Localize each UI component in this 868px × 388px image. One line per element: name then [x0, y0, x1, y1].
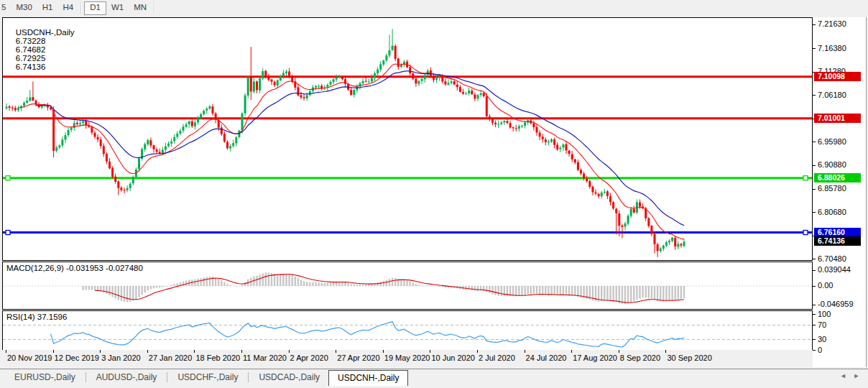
- date-tickmark: [525, 350, 525, 353]
- price-chart-panel[interactable]: USDCNH-,Daily 6.73228 6.74682 6.72925 6.…: [2, 17, 813, 261]
- price-axis-tick: 6.80680: [813, 208, 846, 216]
- date-label: 11 Mar 2020: [243, 354, 287, 362]
- date-axis[interactable]: 20 Nov 201912 Dec 20193 Jan 202027 Jan 2…: [2, 350, 813, 368]
- tab-separator: [248, 372, 249, 382]
- rsi-axis-tick: 100: [813, 310, 831, 318]
- date-tickmark: [571, 350, 572, 353]
- date-label: 27 Jan 2020: [149, 354, 193, 362]
- date-label: 17 Aug 2020: [573, 354, 617, 362]
- price-level-label: 7.01001: [814, 114, 861, 123]
- macd-label: MACD(12,26,9) -0.031953 -0.027480: [6, 264, 143, 272]
- date-label: 30 Sep 2020: [667, 354, 711, 362]
- macd-panel[interactable]: MACD(12,26,9) -0.031953 -0.027480: [2, 262, 813, 310]
- tab-eurusd-daily[interactable]: EURUSD-,Daily: [6, 370, 84, 384]
- date-label: 19 May 2020: [384, 354, 430, 362]
- tab-scroll-left-icon[interactable]: ◄: [837, 372, 849, 379]
- timeframe-button-5[interactable]: 5: [0, 1, 11, 14]
- date-tickmark: [241, 350, 242, 353]
- macd-axis-tick: 0.00: [813, 281, 833, 290]
- price-axis-tick: 7.06180: [813, 91, 846, 99]
- candlestick-canvas[interactable]: [3, 18, 812, 260]
- timeframe-button-d1[interactable]: D1: [84, 1, 106, 15]
- date-tickmark: [6, 350, 6, 353]
- date-label: 10 Jun 2020: [431, 354, 475, 362]
- date-label: 20 Nov 2019: [7, 354, 52, 362]
- price-level-label: 6.74136: [814, 236, 861, 246]
- price-level-label: 7.10098: [814, 72, 861, 81]
- price-axis-tick: 6.70480: [813, 254, 846, 263]
- date-tickmark: [289, 350, 290, 353]
- macd-axis-tick: 0.039044: [813, 265, 851, 274]
- tab-audusd-daily[interactable]: AUDUSD-,Daily: [88, 370, 166, 384]
- date-tickmark: [619, 350, 619, 353]
- date-tickmark: [430, 350, 430, 353]
- date-label: 2 Apr 2020: [290, 354, 328, 362]
- rsi-axis-tick: 30: [813, 335, 826, 343]
- date-label: 18 Feb 2020: [195, 354, 240, 362]
- price-axis-tick: 6.95980: [813, 137, 846, 146]
- timeframe-button-h4[interactable]: H4: [57, 1, 78, 14]
- tab-usdcnh-daily[interactable]: USDCNH-,Daily: [328, 370, 408, 386]
- tab-separator: [86, 372, 86, 382]
- date-label: 3 Jan 2020: [101, 354, 140, 362]
- trading-terminal-window: { "toolbar": { "timeframes": [ {"label":…: [0, 0, 868, 388]
- price-level-label: 6.76160: [814, 228, 861, 237]
- rsi-panel[interactable]: RSI(14) 37.1596: [2, 310, 813, 351]
- chart-symbol-label: USDCNH-,Daily: [16, 28, 75, 37]
- toolbar-separator: [80, 1, 82, 14]
- date-tickmark: [100, 350, 101, 353]
- date-tickmark: [147, 350, 148, 353]
- price-axis-tick: 6.85780: [813, 184, 846, 193]
- level-anchor-handle[interactable]: [6, 176, 10, 180]
- timeframe-button-h1[interactable]: H1: [37, 1, 58, 14]
- chart-tab-bar: EURUSD-,DailyAUDUSD-,DailyUSDCHF-,DailyU…: [0, 369, 868, 388]
- chart-open-value: 6.73228: [16, 37, 46, 45]
- level-anchor-handle[interactable]: [803, 231, 808, 235]
- price-axis-tick: 7.16380: [813, 44, 846, 52]
- date-tickmark: [194, 350, 195, 353]
- rsi-axis-tick: 0: [813, 346, 822, 354]
- date-label: 2 Jul 2020: [479, 354, 515, 362]
- ma-slow-line: [36, 71, 684, 226]
- timeframe-toolbar: 5M30H1H4D1W1MN: [0, 0, 868, 17]
- chart-title: USDCNH-,Daily 6.73228 6.74682 6.72925 6.…: [6, 19, 78, 80]
- date-label: 8 Sep 2020: [620, 354, 660, 362]
- timeframe-button-m30[interactable]: M30: [11, 1, 37, 14]
- tab-scroll-buttons: ◄ ►: [837, 372, 862, 379]
- price-axis-tick: 6.90880: [813, 160, 846, 169]
- tab-separator: [167, 372, 167, 382]
- price-axis-tick: 7.21630: [813, 19, 846, 28]
- price-axis[interactable]: 7.216307.163807.112807.061807.010806.959…: [813, 17, 866, 367]
- rsi-line: [51, 322, 685, 347]
- rsi-axis-tick: 70: [813, 320, 826, 329]
- chart-low-value: 6.72925: [16, 54, 46, 63]
- timeframe-button-w1[interactable]: W1: [106, 1, 129, 14]
- tab-usdcad-daily[interactable]: USDCAD-,Daily: [250, 370, 328, 384]
- tab-scroll-right-icon[interactable]: ►: [851, 372, 862, 379]
- rsi-canvas[interactable]: [3, 311, 812, 350]
- date-label: 24 Jul 2020: [526, 354, 567, 362]
- date-tickmark: [477, 350, 478, 353]
- date-tickmark: [665, 350, 666, 353]
- chart-close-value: 6.74136: [16, 63, 46, 71]
- date-tickmark: [383, 350, 384, 353]
- timeframe-button-mn[interactable]: MN: [129, 1, 152, 14]
- rsi-label: RSI(14) 37.1596: [6, 313, 67, 321]
- level-anchor-handle[interactable]: [6, 231, 10, 235]
- date-tickmark: [53, 350, 54, 353]
- window-right-border: [866, 17, 867, 367]
- level-anchor-handle[interactable]: [803, 176, 808, 180]
- macd-axis-tick: -0.046959: [813, 300, 854, 308]
- date-label: 12 Dec 2019: [55, 354, 99, 362]
- chart-high-value: 6.74682: [16, 45, 46, 54]
- price-level-label: 6.88026: [814, 173, 861, 183]
- tab-usdchf-daily[interactable]: USDCHF-,Daily: [169, 370, 246, 384]
- toolbar-separator: [154, 1, 155, 14]
- date-label: 27 Apr 2020: [337, 354, 379, 362]
- date-tickmark: [336, 350, 336, 353]
